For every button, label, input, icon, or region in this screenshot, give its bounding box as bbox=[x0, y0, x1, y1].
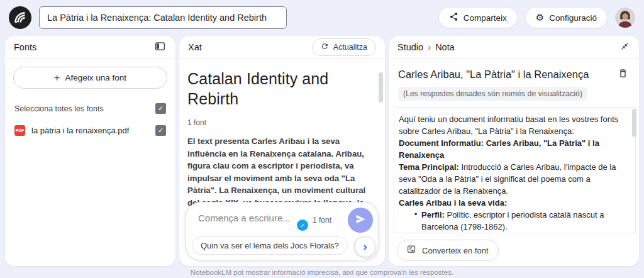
note-paragraph: Aquí teniu un document informatiu basat … bbox=[399, 113, 623, 137]
convert-button-label: Converteix en font bbox=[422, 246, 489, 255]
topbar-actions: Comparteix ⚙ Configuració bbox=[438, 7, 635, 28]
studio-footer: Converteix en font bbox=[389, 235, 639, 266]
breadcrumb-nota: Nota bbox=[435, 42, 455, 52]
chat-source-count: 1 font bbox=[187, 118, 372, 127]
send-icon bbox=[355, 213, 367, 227]
collapse-icon bbox=[621, 42, 629, 52]
sources-panel: Fonts + Afegeix una font Selecciona tote… bbox=[5, 36, 175, 266]
settings-button-label: Configuració bbox=[549, 13, 597, 23]
note-title-row: Carles Aribau, "La Pàtria" i la Renaixen… bbox=[389, 58, 639, 87]
disclaimer-text: NotebookLM pot mostrar informació imprec… bbox=[0, 269, 644, 276]
convert-to-source-icon bbox=[407, 245, 416, 256]
note-paragraph: Carles Aribau i la seva vida: bbox=[399, 197, 623, 209]
chat-panel-header: Xat Actualitza bbox=[179, 36, 385, 58]
sources-panel-header: Fonts bbox=[5, 36, 175, 58]
notebook-summary-heading: Catalan Identity and Rebirth bbox=[187, 69, 372, 109]
select-all-checkbox[interactable]: ✓ bbox=[155, 103, 166, 114]
send-button[interactable] bbox=[348, 208, 373, 233]
source-checkbox[interactable]: ✓ bbox=[155, 125, 166, 136]
source-list-item[interactable]: PDF la pàtria i la renaixença.pdf ✓ bbox=[5, 125, 175, 136]
notebooklm-logo-icon[interactable] bbox=[9, 6, 31, 29]
settings-button[interactable]: ⚙ Configuració bbox=[525, 7, 608, 28]
refresh-icon bbox=[321, 42, 329, 52]
share-button[interactable]: Comparteix bbox=[438, 7, 518, 28]
plus-icon: + bbox=[54, 72, 60, 84]
user-avatar[interactable] bbox=[615, 8, 635, 28]
note-body: Aquí teniu un document informatiu basat … bbox=[394, 107, 636, 233]
convert-to-source-button[interactable]: Converteix en font bbox=[397, 240, 499, 261]
sources-ready-badge: ✓ bbox=[297, 220, 308, 231]
note-bullet: Activisme: Va participar en la revolució… bbox=[399, 233, 623, 233]
chevron-right-icon: › bbox=[428, 42, 431, 52]
collapse-sources-panel-button[interactable] bbox=[153, 40, 167, 55]
suggested-questions-row: Quin va ser el lema dels Jocs Florals? O… bbox=[192, 236, 372, 255]
check-icon: ✓ bbox=[158, 105, 164, 112]
note-paragraph: Document Informatiu: Carles Aribau, "La … bbox=[399, 137, 623, 161]
sources-panel-title: Fonts bbox=[14, 42, 36, 52]
chat-panel-title: Xat bbox=[188, 42, 202, 52]
scroll-suggestions-button[interactable]: › bbox=[355, 237, 375, 257]
studio-panel-header: Studio › Nota bbox=[389, 36, 639, 58]
add-source-button[interactable]: + Afegeix una font bbox=[13, 67, 167, 89]
chat-input-source-count: 1 font bbox=[313, 216, 331, 225]
note-scrollbar-thumb[interactable] bbox=[632, 109, 636, 137]
chat-input[interactable]: Comença a escriure... bbox=[198, 213, 291, 223]
pdf-file-icon: PDF bbox=[14, 125, 25, 136]
notebook-title-input[interactable] bbox=[39, 6, 287, 29]
gear-icon: ⚙ bbox=[536, 13, 544, 23]
check-icon: ✓ bbox=[158, 127, 164, 134]
check-icon: ✓ bbox=[300, 222, 305, 229]
select-all-label: Selecciona totes les fonts bbox=[14, 104, 104, 113]
collapse-note-button[interactable] bbox=[619, 41, 630, 53]
chevron-right-icon: › bbox=[363, 240, 367, 252]
refresh-chat-button[interactable]: Actualitza bbox=[312, 38, 376, 56]
note-readonly-hint: (Les respostes desades són només de visu… bbox=[398, 87, 587, 101]
share-button-label: Comparteix bbox=[464, 13, 507, 23]
add-source-button-label: Afegeix una font bbox=[65, 73, 126, 82]
breadcrumb-studio[interactable]: Studio bbox=[397, 42, 423, 52]
note-paragraph: Tema Principal: Introducció a Carles Ari… bbox=[399, 161, 623, 197]
chat-panel: Xat Actualitza Catalan Identity and Rebi… bbox=[179, 36, 385, 266]
chat-scrollbar-thumb[interactable] bbox=[379, 72, 383, 103]
source-name: la pàtria i la renaixença.pdf bbox=[31, 126, 149, 135]
suggested-question-chip[interactable]: Quin va ser el lema dels Jocs Florals? bbox=[192, 236, 348, 255]
note-bullet: Perfil: Polític, escriptor i periodista … bbox=[399, 209, 623, 233]
breadcrumb: Studio › Nota bbox=[397, 42, 455, 52]
delete-note-button[interactable] bbox=[616, 67, 630, 82]
topbar: Comparteix ⚙ Configuració bbox=[0, 0, 644, 35]
refresh-button-label: Actualitza bbox=[333, 43, 367, 52]
side-panel-icon bbox=[155, 41, 165, 53]
chat-input-container: Comença a escriure... ✓ 1 font Quin va s… bbox=[186, 202, 379, 260]
select-all-row: Selecciona totes les fonts ✓ bbox=[5, 103, 175, 114]
trash-icon bbox=[618, 68, 628, 81]
studio-panel: Studio › Nota Carles Aribau, "La Pàtria"… bbox=[389, 36, 639, 266]
share-icon bbox=[449, 12, 458, 23]
note-title: Carles Aribau, "La Pàtria" i la Renaixen… bbox=[398, 69, 589, 81]
